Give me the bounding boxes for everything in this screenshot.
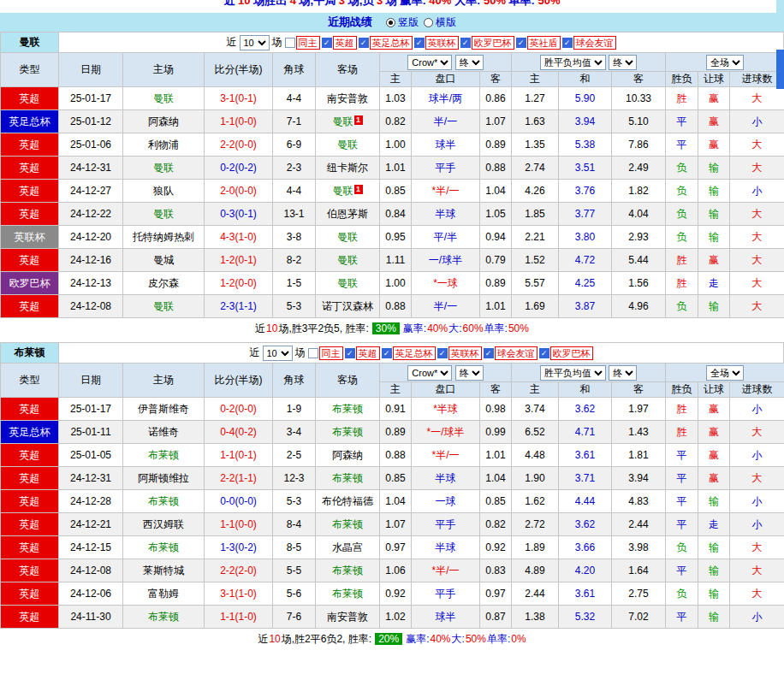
checkbox-checked-icon[interactable]: ✓ bbox=[562, 38, 573, 48]
handicap: *半/一 bbox=[412, 559, 480, 582]
away-team: 布莱顿 bbox=[316, 513, 380, 536]
layout-radio-horizontal[interactable]: 横版 bbox=[424, 15, 456, 30]
wdl-result: 平 bbox=[666, 513, 698, 536]
match-date: 24-12-27 bbox=[59, 180, 123, 203]
handicap-result: 赢 bbox=[698, 398, 730, 421]
team-label: 富勒姆 bbox=[148, 588, 179, 600]
match-row: 英超24-12-21西汉姆联1-1(0-0)8-4布莱顿1.07平手0.822.… bbox=[1, 513, 784, 536]
checkbox-checked-icon[interactable]: ✓ bbox=[382, 348, 392, 358]
filter-checkbox-英联杯[interactable]: ✓英联杯 bbox=[437, 346, 482, 360]
goals-result: 大 bbox=[730, 157, 784, 180]
scrollbar-thumb[interactable] bbox=[776, 50, 784, 89]
checkbox-checked-icon[interactable]: ✓ bbox=[539, 348, 549, 358]
goals-result: 小 bbox=[730, 490, 784, 513]
wdl-result: 平 bbox=[666, 444, 698, 467]
odds-draw: 3.80 bbox=[559, 226, 612, 249]
checkbox-checked-icon[interactable]: ✓ bbox=[359, 38, 369, 48]
team-label: 曼联 bbox=[337, 139, 358, 151]
ah-home-odds: 1.06 bbox=[380, 559, 412, 582]
match-date: 25-01-11 bbox=[59, 421, 123, 444]
team-label: 布莱顿 bbox=[148, 611, 179, 623]
home-team: 布莱顿 bbox=[123, 490, 205, 513]
odds-provider-select[interactable]: Crow* bbox=[407, 365, 452, 381]
col-date: 日期 bbox=[59, 53, 123, 87]
goals-result: 大 bbox=[730, 421, 784, 444]
home-team: 托特纳姆热刺 bbox=[123, 226, 205, 249]
ah-odds-header: Crow* 终 bbox=[380, 364, 512, 382]
filter-checkbox-英足总杯[interactable]: ✓英足总杯 bbox=[359, 36, 413, 50]
filter-checkbox-英足总杯[interactable]: ✓英足总杯 bbox=[382, 346, 436, 360]
checkbox-checked-icon[interactable]: ✓ bbox=[437, 348, 448, 358]
team-label: 阿森纳 bbox=[148, 115, 179, 127]
filter-checkbox-球会友谊[interactable]: ✓球会友谊 bbox=[484, 346, 538, 360]
status-text-segment: 40% bbox=[427, 322, 448, 334]
filter-checkbox-英社盾[interactable]: ✓英社盾 bbox=[516, 36, 561, 50]
goals-result: 小 bbox=[730, 606, 784, 629]
filter-checkbox-英超[interactable]: ✓英超 bbox=[322, 36, 357, 50]
filter-checkbox-英超[interactable]: ✓英超 bbox=[345, 346, 380, 360]
checkbox-checked-icon[interactable]: ✓ bbox=[322, 38, 332, 48]
handicap: 半/一 bbox=[412, 110, 480, 133]
filter-checkbox-球会友谊[interactable]: ✓球会友谊 bbox=[562, 36, 616, 50]
goals-result: 大 bbox=[730, 87, 784, 110]
recent-count-select[interactable]: 10 bbox=[263, 346, 293, 361]
wdl-mean-select[interactable]: 胜平负均值 bbox=[540, 365, 606, 381]
checkbox-checked-icon[interactable]: ✓ bbox=[414, 38, 425, 48]
wdl-stage-select[interactable]: 终 bbox=[609, 365, 637, 381]
checkbox-checked-icon[interactable]: ✓ bbox=[345, 348, 355, 358]
col-odds-home: 主 bbox=[512, 382, 559, 398]
wdl-result: 平 bbox=[666, 110, 698, 133]
wdl-mean-select[interactable]: 胜平负均值 bbox=[540, 55, 606, 70]
radio-horizontal-label: 横版 bbox=[436, 15, 456, 30]
checkbox-unchecked-icon[interactable] bbox=[308, 348, 318, 358]
team-label: 南安普敦 bbox=[327, 92, 368, 104]
status-text-segment: 10 bbox=[238, 0, 250, 7]
handicap: 半球 bbox=[412, 536, 480, 559]
match-date: 24-11-30 bbox=[59, 606, 123, 629]
away-team: 布莱顿 bbox=[316, 582, 380, 606]
score: 0-2(0-2) bbox=[205, 157, 273, 180]
goals-result: 小 bbox=[730, 398, 784, 421]
scope-select[interactable]: 全场 bbox=[706, 55, 744, 70]
scope-select[interactable]: 全场 bbox=[706, 365, 744, 381]
odds-provider-select[interactable]: Crow* bbox=[407, 55, 452, 70]
layout-radio-vertical[interactable]: 竖版 bbox=[386, 15, 419, 30]
wdl-result: 胜 bbox=[666, 249, 698, 272]
filter-checkbox-同主[interactable]: 同主 bbox=[285, 36, 320, 50]
handicap-result: 输 bbox=[698, 559, 730, 582]
away-team: 曼联 bbox=[316, 133, 380, 157]
filter-checkbox-同主[interactable]: 同主 bbox=[308, 346, 343, 360]
ah-home-odds: 0.97 bbox=[380, 536, 412, 559]
wdl-result: 负 bbox=[666, 157, 698, 180]
ah-home-odds: 0.84 bbox=[380, 203, 412, 226]
filter-bar: 近 10 场 同主✓英超✓英足总杯✓英联杯✓球会友谊✓欧罗巴杯 bbox=[59, 343, 783, 363]
filter-checkbox-英联杯[interactable]: ✓英联杯 bbox=[414, 36, 459, 50]
checkbox-checked-icon[interactable]: ✓ bbox=[484, 348, 494, 358]
section-header: 曼联 近 10 场 同主✓英超✓英足总杯✓英联杯✓欧罗巴杯✓英社盾✓球会友谊 bbox=[0, 32, 784, 52]
status-text-segment: 单率: bbox=[484, 322, 508, 336]
corners: 13-1 bbox=[273, 203, 316, 226]
home-team: 富勒姆 bbox=[123, 582, 205, 606]
wdl-stage-select[interactable]: 终 bbox=[609, 55, 637, 70]
league-type: 英超 bbox=[1, 203, 59, 226]
filter-checkbox-欧罗巴杯[interactable]: ✓欧罗巴杯 bbox=[460, 36, 514, 50]
match-row: 英超25-01-05布莱顿1-1(0-1)2-5阿森纳0.88*半/一1.014… bbox=[1, 444, 784, 467]
odds-home: 1.63 bbox=[512, 110, 559, 133]
away-team: 布莱顿 bbox=[316, 421, 380, 444]
radio-unselected-icon[interactable] bbox=[424, 18, 433, 27]
checkbox-checked-icon[interactable]: ✓ bbox=[460, 38, 471, 48]
checkbox-unchecked-icon[interactable] bbox=[285, 38, 295, 48]
ah-home-odds: 1.02 bbox=[380, 606, 412, 629]
ah-stage-select[interactable]: 终 bbox=[455, 365, 484, 381]
goals-result: 小 bbox=[730, 444, 784, 467]
score: 1-1(0-0) bbox=[205, 513, 273, 536]
recent-count-select[interactable]: 10 bbox=[240, 35, 270, 50]
filter-checkbox-欧罗巴杯[interactable]: ✓欧罗巴杯 bbox=[539, 346, 593, 360]
radio-selected-icon[interactable] bbox=[386, 18, 395, 27]
match-row: 英超24-12-27狼队2-0(0-0)4-4曼联10.85*半/一1.044.… bbox=[1, 180, 784, 203]
ah-stage-select[interactable]: 终 bbox=[455, 55, 484, 70]
league-type: 英超 bbox=[1, 513, 59, 536]
team-label: 曼联 bbox=[153, 300, 174, 312]
home-team: 布莱顿 bbox=[123, 606, 205, 629]
checkbox-checked-icon[interactable]: ✓ bbox=[516, 38, 526, 48]
